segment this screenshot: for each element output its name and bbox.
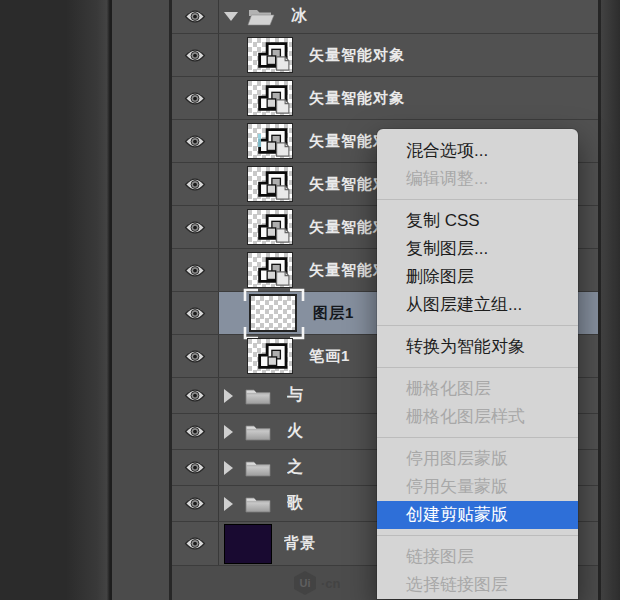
layer-row-smart-object-2[interactable]: 矢量智能对象 <box>172 77 598 120</box>
menu-item-edit-adjustment: 编辑调整... <box>377 165 578 193</box>
eye-icon <box>183 220 207 235</box>
expand-triangle-icon[interactable] <box>224 497 233 511</box>
menu-item-link-layers: 链接图层 <box>377 543 578 571</box>
visibility-toggle[interactable] <box>172 34 219 76</box>
menu-item-disable-vector-mask: 停用矢量蒙版 <box>377 473 578 501</box>
layer-name: 歌 <box>287 493 304 514</box>
eye-icon <box>183 349 207 364</box>
layer-name: 之 <box>287 457 304 478</box>
menu-item-rasterize-layer-style: 栅格化图层样式 <box>377 403 578 431</box>
menu-item-copy-css[interactable]: 复制 CSS <box>377 207 578 235</box>
canvas-area <box>0 0 110 600</box>
open-folder-icon <box>247 7 275 26</box>
visibility-toggle[interactable] <box>172 450 219 485</box>
visibility-toggle[interactable] <box>172 163 219 205</box>
panel-right-edge <box>598 0 620 600</box>
layer-row-content: 矢量智能对象 <box>219 77 598 119</box>
layer-thumbnail[interactable] <box>247 166 293 202</box>
watermark-badge-icon: Ui <box>294 571 316 595</box>
menu-item-select-linked-layers: 选择链接图层 <box>377 571 578 599</box>
closed-folder-icon <box>245 387 271 405</box>
eye-icon <box>183 134 207 149</box>
eye-icon <box>183 460 207 475</box>
layer-row-group-ice[interactable]: 冰 <box>172 0 598 34</box>
smart-object-thumbnail-glyph <box>248 81 292 115</box>
eye-icon <box>183 496 207 511</box>
menu-item-blending-options[interactable]: 混合选项... <box>377 137 578 165</box>
visibility-toggle[interactable] <box>172 522 219 565</box>
layer-thumbnail[interactable] <box>247 252 293 288</box>
smart-object-thumbnail-glyph <box>248 124 292 158</box>
visibility-toggle[interactable] <box>172 378 219 413</box>
smart-object-thumbnail-glyph <box>248 38 292 72</box>
layer-name: 矢量智能对象 <box>309 46 405 65</box>
visibility-toggle[interactable] <box>172 0 219 33</box>
menu-item-rasterize-layer: 栅格化图层 <box>377 375 578 403</box>
expand-triangle-icon[interactable] <box>224 389 233 403</box>
eye-icon <box>183 91 207 106</box>
eye-icon <box>183 424 207 439</box>
visibility-toggle[interactable] <box>172 77 219 119</box>
stroke-thumbnail-glyph <box>248 339 292 373</box>
layer-row-content: 矢量智能对象 <box>219 34 598 76</box>
smart-object-thumbnail-glyph <box>248 167 292 201</box>
layer-thumbnail[interactable] <box>247 209 293 245</box>
menu-separator <box>377 367 578 368</box>
closed-folder-icon <box>245 459 271 477</box>
layer-name: 矢量智能对象 <box>309 89 405 108</box>
menu-item-group-from-layers[interactable]: 从图层建立组... <box>377 291 578 319</box>
eye-icon <box>183 388 207 403</box>
visibility-toggle[interactable] <box>172 249 219 291</box>
menu-item-disable-layer-mask: 停用图层蒙版 <box>377 445 578 473</box>
panel-gutter <box>110 0 172 600</box>
layer-name: 笔画1 <box>309 347 350 366</box>
visibility-toggle[interactable] <box>172 206 219 248</box>
eye-icon <box>183 9 207 24</box>
layer-name: 火 <box>287 421 304 442</box>
visibility-toggle[interactable] <box>172 414 219 449</box>
closed-folder-icon <box>245 495 271 513</box>
thumbnail-content-mark <box>258 134 261 147</box>
eye-icon <box>183 48 207 63</box>
visibility-toggle[interactable] <box>172 292 219 334</box>
layer-name: 图层1 <box>313 304 354 323</box>
visibility-toggle[interactable] <box>172 486 219 521</box>
photoshop-layers-panel-screen: 冰矢量智能对象矢量智能对象矢量智能对象矢量智能对象矢量智能对象矢量智能对象图层1… <box>0 0 620 600</box>
layer-row-smart-object-1[interactable]: 矢量智能对象 <box>172 34 598 77</box>
menu-separator <box>377 535 578 536</box>
smart-object-thumbnail-glyph <box>248 253 292 287</box>
layer-name: 冰 <box>291 6 308 27</box>
expand-triangle-icon[interactable] <box>224 461 233 475</box>
folder-icon-wrap <box>245 423 271 441</box>
eye-icon <box>183 177 207 192</box>
folder-icon-wrap <box>245 459 271 477</box>
menu-separator <box>377 437 578 438</box>
menu-item-convert-to-smart-object[interactable]: 转换为智能对象 <box>377 333 578 361</box>
closed-folder-icon <box>245 423 271 441</box>
menu-item-delete-layer[interactable]: 删除图层 <box>377 263 578 291</box>
layer-thumbnail[interactable] <box>249 294 297 332</box>
layer-name: 背景 <box>284 534 316 553</box>
layer-name: 与 <box>287 385 304 406</box>
selection-brackets <box>243 288 305 340</box>
layer-thumbnail[interactable] <box>247 123 293 159</box>
collapse-triangle-icon[interactable] <box>224 12 238 21</box>
menu-separator <box>377 199 578 200</box>
layer-thumbnail[interactable] <box>247 80 293 116</box>
layer-thumbnail[interactable] <box>224 524 272 564</box>
menu-separator <box>377 325 578 326</box>
layer-thumbnail[interactable] <box>247 37 293 73</box>
eye-icon <box>183 263 207 278</box>
folder-icon-wrap <box>245 495 271 513</box>
layer-thumbnail[interactable] <box>247 338 293 374</box>
watermark-suffix: ·cn <box>321 576 341 591</box>
menu-item-create-clipping-mask[interactable]: 创建剪贴蒙版 <box>377 501 578 529</box>
eye-icon <box>183 306 207 321</box>
menu-item-duplicate-layer[interactable]: 复制图层... <box>377 235 578 263</box>
visibility-toggle[interactable] <box>172 120 219 162</box>
folder-icon-wrap <box>245 387 271 405</box>
visibility-toggle[interactable] <box>172 335 219 377</box>
eye-icon <box>183 536 207 551</box>
layer-context-menu: 混合选项...编辑调整...复制 CSS复制图层...删除图层从图层建立组...… <box>377 129 578 599</box>
expand-triangle-icon[interactable] <box>224 425 233 439</box>
